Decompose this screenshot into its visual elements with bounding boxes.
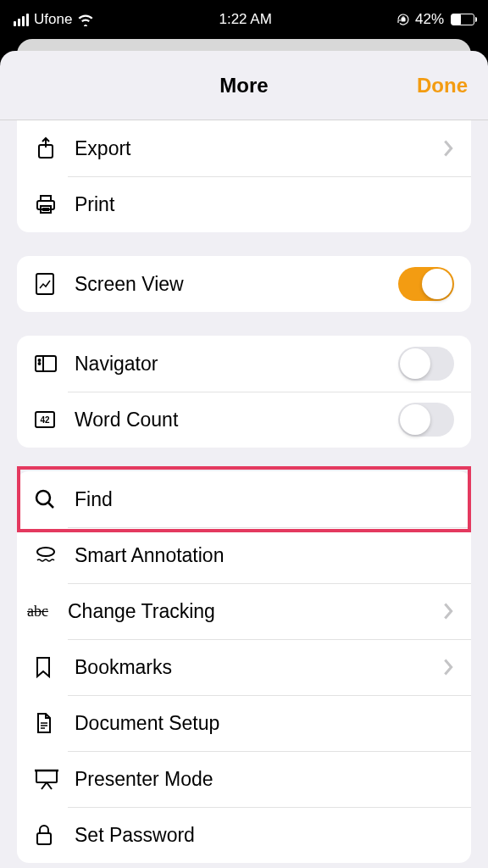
- svg-rect-20: [36, 771, 57, 782]
- done-button[interactable]: Done: [417, 74, 468, 97]
- row-change-tracking[interactable]: abc Change Tracking: [17, 583, 471, 639]
- svg-point-10: [39, 359, 41, 361]
- row-label: Screen View: [75, 273, 398, 296]
- search-icon: [34, 488, 64, 510]
- row-document-setup[interactable]: Document Setup: [17, 695, 471, 751]
- battery-icon: [451, 14, 474, 25]
- row-label: Find: [75, 488, 454, 511]
- row-bookmarks[interactable]: Bookmarks: [17, 639, 471, 695]
- svg-line-15: [48, 503, 53, 508]
- row-label: Export: [75, 137, 442, 160]
- clock: 1:22 AM: [219, 11, 271, 28]
- row-presenter-mode[interactable]: Presenter Mode: [17, 751, 471, 807]
- carrier-label: Ufone: [34, 11, 72, 28]
- svg-rect-7: [36, 274, 53, 294]
- row-label: Change Tracking: [68, 600, 442, 623]
- row-print[interactable]: Print: [17, 176, 471, 232]
- svg-text:42: 42: [40, 415, 50, 425]
- screen-view-icon: [34, 271, 64, 297]
- row-label: Document Setup: [75, 712, 454, 735]
- screen-view-toggle[interactable]: [398, 267, 454, 301]
- row-label: Set Password: [75, 824, 454, 847]
- smart-annotation-icon: [34, 545, 64, 565]
- word-count-toggle[interactable]: [398, 403, 454, 437]
- wifi-icon: [77, 13, 94, 26]
- svg-point-14: [36, 491, 50, 504]
- change-tracking-icon: abc: [27, 603, 64, 620]
- chevron-right-icon: [442, 139, 454, 158]
- word-count-icon: 42: [34, 410, 64, 429]
- row-navigator[interactable]: Navigator: [17, 336, 471, 392]
- more-sheet: More Done Export: [0, 51, 488, 868]
- status-bar: Ufone 1:22 AM 42%: [0, 0, 488, 39]
- row-label: Navigator: [75, 353, 398, 376]
- chevron-right-icon: [442, 602, 454, 620]
- sheet-header: More Done: [0, 51, 488, 120]
- export-icon: [34, 136, 64, 160]
- svg-line-23: [47, 782, 52, 789]
- battery-pct: 42%: [415, 11, 444, 28]
- rotation-lock-icon: [396, 13, 410, 26]
- row-smart-annotation[interactable]: Smart Annotation: [17, 527, 471, 583]
- svg-rect-0: [402, 19, 405, 22]
- bookmark-icon: [34, 655, 64, 679]
- row-word-count[interactable]: 42 Word Count: [17, 392, 471, 448]
- row-label: Print: [75, 193, 454, 216]
- row-label: Word Count: [75, 409, 398, 431]
- navigator-icon: [34, 353, 64, 374]
- document-icon: [34, 711, 64, 735]
- chevron-right-icon: [442, 658, 454, 676]
- svg-point-16: [37, 548, 54, 556]
- lock-icon: [34, 823, 64, 847]
- svg-point-11: [39, 363, 41, 364]
- signal-bars-icon: [14, 14, 29, 26]
- row-label: Bookmarks: [75, 656, 442, 679]
- row-label: Presenter Mode: [75, 768, 454, 791]
- print-icon: [34, 192, 64, 216]
- row-label: Smart Annotation: [75, 544, 454, 567]
- svg-rect-3: [41, 196, 51, 201]
- row-screen-view[interactable]: Screen View: [17, 256, 471, 312]
- row-set-password[interactable]: Set Password: [17, 807, 471, 863]
- page-title: More: [219, 74, 268, 97]
- svg-rect-24: [37, 833, 51, 844]
- row-find[interactable]: Find: [17, 471, 471, 527]
- row-export[interactable]: Export: [17, 120, 471, 176]
- svg-line-22: [42, 782, 47, 789]
- presenter-icon: [34, 767, 64, 791]
- navigator-toggle[interactable]: [398, 347, 454, 381]
